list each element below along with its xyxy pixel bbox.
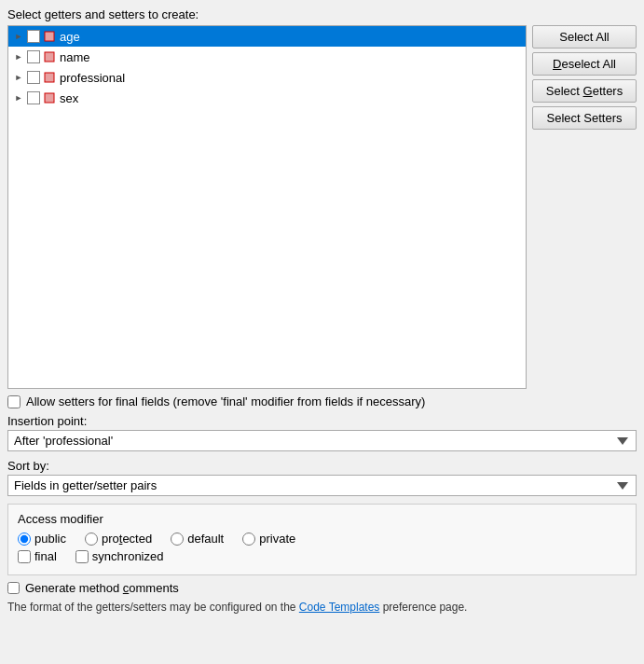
main-row: ► age ► name [7,25,637,389]
radio-default[interactable] [171,533,184,546]
access-modifier-section: Access modifier public protected default… [7,504,637,575]
info-text-prefix: The format of the getters/setters may be… [7,601,296,614]
radio-group-private: private [242,532,295,546]
select-all-button[interactable]: Select All [532,25,637,48]
allow-setters-checkbox[interactable] [7,395,21,408]
checkbox-final-label: final [34,549,57,563]
radio-group-public: public [18,532,66,546]
insertion-point-label: Insertion point: [7,414,637,428]
generate-comments-row: Generate method comments [7,581,637,595]
dialog-container: Select getters and setters to create: ► … [7,7,637,614]
select-getters-button[interactable]: Select Getters [532,79,637,103]
field-name-professional: professional [60,71,125,85]
checkbox-age[interactable] [27,30,40,43]
field-icon-name [44,51,55,62]
sort-by-dropdown[interactable]: Fields in getter/setter pairs Alphabetic… [7,475,637,496]
deselect-all-label: Deselect All [553,57,616,71]
radio-private[interactable] [242,533,255,546]
info-text-suffix: preference page. [383,601,468,614]
radio-public[interactable] [18,533,31,546]
sort-by-label: Sort by: [7,459,637,473]
access-modifier-radio-row: public protected default private [18,532,626,546]
radio-public-label: public [34,532,66,546]
expand-name-icon[interactable]: ► [12,50,25,63]
checkbox-group-synchronized: synchronized [75,549,164,563]
expand-sex-icon[interactable]: ► [12,91,25,104]
code-templates-link[interactable]: Code Templates [299,601,380,614]
field-icon-professional [44,72,55,83]
svg-rect-3 [45,93,54,103]
expand-professional-icon[interactable]: ► [12,71,25,84]
select-setters-button[interactable]: Select Setters [532,106,637,130]
svg-rect-2 [45,73,54,82]
svg-rect-1 [45,52,54,62]
field-name-age: age [60,30,80,44]
select-all-label: Select All [559,30,609,44]
radio-group-protected: protected [85,532,152,546]
tree-item-sex[interactable]: ► sex [8,88,526,108]
radio-protected[interactable] [85,533,98,546]
field-name-sex: sex [60,91,78,105]
select-getters-label: Select Getters [546,84,623,98]
tree-item-professional[interactable]: ► professional [8,67,526,88]
expand-age-icon[interactable]: ► [12,30,25,43]
radio-protected-label: protected [102,532,152,546]
tree-item-name[interactable]: ► name [8,47,526,67]
modifier-checkbox-row: final synchronized [18,549,626,563]
radio-private-label: private [259,532,295,546]
checkbox-name[interactable] [27,50,40,63]
checkbox-synchronized-label: synchronized [92,549,164,563]
field-icon-sex [44,92,55,104]
select-getters-setters-label: Select getters and setters to create: [7,7,637,21]
generate-comments-label: Generate method comments [25,581,179,595]
radio-default-label: default [187,532,224,546]
tree-item-age[interactable]: ► age [8,26,526,47]
access-modifier-title: Access modifier [18,512,626,526]
checkbox-sex[interactable] [27,91,40,104]
allow-setters-label: Allow setters for final fields (remove '… [26,394,425,408]
buttons-panel: Select All Deselect All Select Getters S… [532,25,637,389]
checkbox-professional[interactable] [27,71,40,84]
allow-setters-row: Allow setters for final fields (remove '… [7,394,637,408]
tree-panel[interactable]: ► age ► name [7,25,527,389]
info-text-row: The format of the getters/setters may be… [7,601,637,614]
deselect-all-button[interactable]: Deselect All [532,52,637,76]
checkbox-group-final: final [18,549,57,563]
radio-group-default: default [171,532,224,546]
select-setters-label: Select Setters [547,111,623,125]
svg-rect-0 [45,32,54,41]
checkbox-final[interactable] [18,550,31,563]
field-name-name: name [60,50,90,64]
checkbox-synchronized[interactable] [75,550,89,563]
insertion-point-dropdown[interactable]: After 'professional' At beginning At end [7,430,637,451]
generate-comments-checkbox[interactable] [7,582,20,594]
field-icon-age [44,31,55,42]
